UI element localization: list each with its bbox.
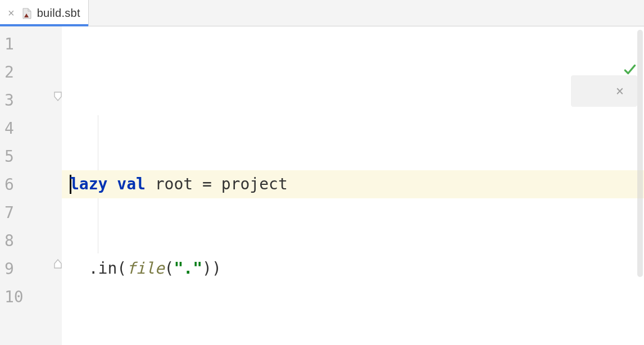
line-number[interactable]: 7 [0,198,62,226]
sbt-reload-icon[interactable] [584,83,600,99]
fold-end-icon[interactable] [53,259,62,269]
line-number[interactable]: 6 [0,170,62,198]
scrollbar-thumb[interactable] [637,30,643,277]
line-number[interactable]: 9 [0,255,62,283]
vertical-scrollbar[interactable] [636,30,644,345]
line-number[interactable]: 8 [0,226,62,255]
close-tab-icon[interactable]: × [8,7,15,19]
tab-bar: × build.sbt [0,0,644,26]
editor-area: 1 2 3 4 5 6 7 8 9 10 lazy val root = pro… [0,26,644,345]
sbt-file-icon [20,7,31,19]
line-number[interactable]: 10 [0,283,62,311]
line-number[interactable]: 4 [0,114,62,142]
code-line-3[interactable]: .settings( [70,339,644,345]
line-number[interactable]: 3 [0,86,62,114]
gutter: 1 2 3 4 5 6 7 8 9 10 [0,26,62,345]
sbt-reload-panel: × [571,75,637,107]
code-area[interactable]: lazy val root = project .in(file(".")) .… [62,26,644,345]
line-number[interactable]: 5 [0,142,62,170]
tab-filename: build.sbt [37,7,80,20]
code-line-1[interactable]: lazy val root = project [62,170,644,198]
line-number[interactable]: 1 [0,30,62,58]
line-number[interactable]: 2 [0,58,62,86]
fold-start-icon[interactable] [53,91,62,101]
tab-build-sbt[interactable]: × build.sbt [0,0,89,26]
code-line-2[interactable]: .in(file(".")) [70,255,644,283]
close-panel-icon[interactable]: × [616,77,624,105]
